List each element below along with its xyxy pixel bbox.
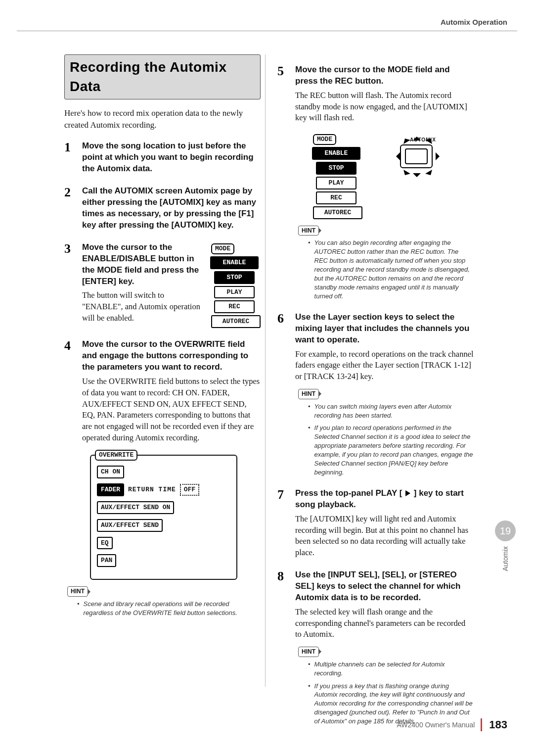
overwrite-fader[interactable]: FADER — [97, 483, 124, 496]
step-5: Move the cursor to the MODE field and pr… — [277, 64, 474, 301]
hint-4-label: HINT — [298, 647, 319, 657]
hint-4-bullet-1: Multiple channels can be selected for Au… — [314, 660, 474, 678]
section-heading-text: Recording the Automix Data — [70, 59, 226, 94]
chapter-number-badge: 19 — [495, 520, 516, 541]
mode-autorec-button[interactable]: AUTOREC — [211, 315, 261, 328]
hint-2-label: HINT — [298, 226, 319, 236]
mode-tab: MODE — [211, 243, 234, 254]
mode-stop-button[interactable]: STOP — [214, 271, 255, 284]
step-2: Call the AUTOMIX screen Automix page by … — [64, 186, 261, 231]
section-heading: Recording the Automix Data — [64, 54, 261, 99]
mode-panel: MODE ENABLE STOP PLAY REC AUTOREC — [210, 242, 261, 329]
hint-2: HINT You can also begin recording after … — [298, 224, 474, 301]
step-5-title: Move the cursor to the MODE field and pr… — [295, 64, 474, 87]
page-footer: AW2400 Owner's Manual 183 — [397, 718, 508, 731]
left-column: Recording the Automix Data Here's how to… — [64, 54, 261, 687]
mode-panel-2: MODE ENABLE STOP PLAY REC AUTOREC — [312, 133, 366, 219]
hint-3: HINT You can switch mixing layers even a… — [298, 387, 474, 477]
header-rule — [17, 31, 517, 31]
hint-3-bullet-2: If you plan to record operations perform… — [314, 424, 474, 477]
step-7: Press the top-panel PLAY [ ] key to star… — [277, 488, 474, 559]
mode2-stop-button[interactable]: STOP — [316, 162, 356, 175]
overwrite-aux-send-on[interactable]: AUX/EFFECT SEND ON — [97, 501, 174, 514]
right-column: Move the cursor to the MODE field and pr… — [277, 54, 474, 687]
automix-key-icon: AUTOMIX — [386, 133, 445, 181]
step-2-title: Call the AUTOMIX screen Automix page by … — [82, 186, 261, 231]
step-8: Use the [INPUT SEL], [SEL], or [STEREO S… — [277, 569, 474, 726]
mode2-autorec-button[interactable]: AUTOREC — [313, 206, 362, 219]
overwrite-tab: OVERWRITE — [95, 450, 137, 461]
play-icon — [405, 490, 410, 496]
hint-4: HINT Multiple channels can be selected f… — [298, 645, 474, 726]
mode2-rec-button[interactable]: REC — [316, 191, 356, 204]
step-3-body: The button will switch to "ENABLE", and … — [82, 290, 204, 324]
step-1-title: Move the song location to just before th… — [82, 141, 261, 175]
mode-rec-button[interactable]: REC — [214, 300, 255, 313]
overwrite-return-time-label: RETURN TIME — [128, 485, 176, 494]
footer-accent-bar — [481, 718, 482, 731]
intro-text: Here's how to record mix operation data … — [64, 107, 261, 131]
overwrite-return-time-value[interactable]: OFF — [180, 484, 199, 496]
breadcrumb: Automix Operation — [441, 18, 507, 26]
step-7-body: The [AUTOMIX] key will light red and Aut… — [295, 514, 474, 559]
hint-3-label: HINT — [298, 389, 319, 399]
hint-1: HINT Scene and library recall operations… — [67, 585, 261, 617]
step-8-title: Use the [INPUT SEL], [SEL], or [STEREO S… — [295, 569, 474, 604]
mode2-enable-button[interactable]: ENABLE — [312, 147, 360, 160]
step-6-body: For example, to record operations on the… — [295, 349, 474, 382]
mode2-play-button[interactable]: PLAY — [316, 177, 356, 189]
overwrite-ch-on[interactable]: CH ON — [97, 466, 124, 478]
overwrite-pan[interactable]: PAN — [97, 554, 116, 567]
overwrite-eq[interactable]: EQ — [97, 537, 113, 550]
footer-manual-name: AW2400 Owner's Manual — [397, 721, 475, 729]
mode-play-button[interactable]: PLAY — [214, 286, 255, 299]
hint-3-bullet-1: You can switch mixing layers even after … — [314, 402, 474, 420]
mode-enable-button[interactable]: ENABLE — [210, 256, 259, 269]
hint-2-bullet-1: You can also begin recording after engag… — [314, 238, 474, 301]
step-4-title: Move the cursor to the OVERWRITE field a… — [82, 339, 261, 373]
step-4-body: Use the OVERWRITE field buttons to selec… — [82, 376, 261, 444]
overwrite-aux-send[interactable]: AUX/EFFECT SEND — [97, 519, 163, 532]
hint-1-label: HINT — [67, 586, 88, 597]
step-7-title-prefix: Press the top-panel PLAY [ — [295, 488, 402, 498]
overwrite-panel: OVERWRITE CH ON FADER RETURN TIME OFF AU… — [90, 455, 237, 580]
step-4: Move the cursor to the OVERWRITE field a… — [64, 339, 261, 443]
step-5-body: The REC button will flash. The Automix r… — [295, 90, 474, 124]
step-6-title: Use the Layer section keys to select the… — [295, 312, 474, 346]
page-number: 183 — [489, 718, 507, 731]
step-3: Move the cursor to the ENABLE/DISABLE bu… — [64, 242, 261, 329]
side-tab-label: Automix — [501, 546, 509, 571]
step-6: Use the Layer section keys to select the… — [277, 312, 474, 477]
step-7-title: Press the top-panel PLAY [ ] key to star… — [295, 488, 474, 511]
step-1: Move the song location to just before th… — [64, 141, 261, 175]
side-tab: 19 Automix — [493, 520, 517, 595]
hint-1-bullet-1: Scene and library recall operations will… — [84, 600, 261, 617]
step-3-title: Move the cursor to the ENABLE/DISABLE bu… — [82, 242, 204, 287]
step-8-body: The selected key will flash orange and t… — [295, 607, 474, 640]
mode2-tab: MODE — [313, 134, 336, 145]
